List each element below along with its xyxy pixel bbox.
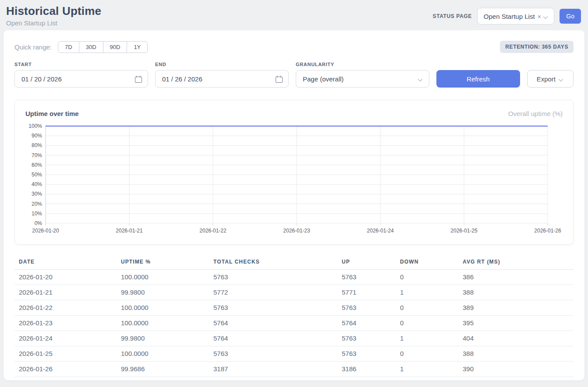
quick-range-button-90d[interactable]: 90D (103, 41, 128, 53)
table-cell: 1 (400, 362, 463, 377)
column-header: UP (342, 255, 400, 270)
table-cell: 1 (400, 331, 463, 346)
table-cell: 100.0000 (121, 316, 213, 331)
table-cell: 2026-01-25 (14, 346, 121, 362)
calendar-icon[interactable] (276, 76, 283, 82)
chart-area: 0%10%20%30%40%50%60%70%80%90%100%2026-01… (25, 123, 563, 238)
table-cell: 5763 (342, 300, 400, 316)
table-cell: 99.9686 (121, 362, 213, 377)
table-cell: 389 (463, 300, 574, 316)
table-row: 2026-01-20100.0000576357630386 (14, 270, 574, 285)
table-cell: 388 (463, 285, 574, 300)
svg-text:20%: 20% (32, 201, 42, 207)
svg-text:2026-01-23: 2026-01-23 (283, 228, 310, 234)
table-cell: 5763 (213, 270, 342, 285)
table-cell: 0 (400, 346, 463, 362)
main-card: Quick range: 7D 30D 90D 1Y RETENTION: 36… (4, 30, 584, 380)
quick-range-row: Quick range: 7D 30D 90D 1Y RETENTION: 36… (14, 41, 574, 53)
table-cell: 5763 (342, 270, 400, 285)
table-cell: 99.9800 (121, 285, 213, 300)
quick-range-button-30d[interactable]: 30D (79, 41, 103, 53)
svg-text:60%: 60% (32, 162, 42, 168)
svg-text:90%: 90% (32, 133, 42, 139)
end-label: END (155, 62, 289, 67)
chevron-down-icon (418, 77, 423, 81)
chart-title: Uptime over time (25, 110, 79, 117)
table-cell: 0 (400, 300, 463, 316)
svg-text:2026-01-22: 2026-01-22 (199, 228, 227, 234)
table-header-row: DATEUPTIME %TOTAL CHECKSUPDOWNAVG RT (MS… (14, 255, 574, 270)
table-cell: 2026-01-26 (14, 362, 121, 377)
column-header: UPTIME % (121, 255, 213, 270)
table-cell: 3187 (213, 362, 342, 377)
start-date-value: 01 / 20 / 2026 (21, 75, 62, 83)
table-cell: 5763 (213, 346, 342, 362)
top-header: Historical Uptime Open Startup List STAT… (0, 0, 588, 30)
table-header: DATEUPTIME %TOTAL CHECKSUPDOWNAVG RT (MS… (14, 255, 574, 270)
table-cell: 2026-01-21 (14, 285, 121, 300)
header-controls: STATUS PAGE Open Startup List × Go (433, 8, 581, 25)
svg-text:2026-01-24: 2026-01-24 (367, 228, 394, 234)
table-cell: 5764 (213, 316, 342, 331)
go-button[interactable]: Go (560, 9, 581, 24)
calendar-icon[interactable] (135, 76, 142, 82)
column-header: AVG RT (MS) (463, 255, 574, 270)
uptime-chart: 0%10%20%30%40%50%60%70%80%90%100%2026-01… (25, 123, 563, 236)
table-cell: 2026-01-23 (14, 316, 121, 331)
chart-legend-label: Overall uptime (%) (508, 110, 563, 117)
table-row: 2026-01-22100.0000576357630389 (14, 300, 574, 316)
granularity-select[interactable]: Page (overall) (296, 70, 429, 88)
table-cell: 5772 (213, 285, 342, 300)
retention-badge: RETENTION: 365 DAYS (500, 41, 574, 53)
clear-icon[interactable]: × (538, 13, 542, 20)
start-date-input[interactable]: 01 / 20 / 2026 (14, 70, 148, 88)
table-cell: 386 (463, 270, 574, 285)
table-cell: 100.0000 (121, 300, 213, 316)
table-body: 2026-01-20100.00005763576303862026-01-21… (14, 270, 574, 377)
table-cell: 5764 (342, 316, 400, 331)
title-block: Historical Uptime Open Startup List (6, 4, 101, 27)
page-subtitle: Open Startup List (6, 19, 101, 27)
start-label: START (14, 62, 148, 67)
table-cell: 99.9800 (121, 331, 213, 346)
table-cell: 395 (463, 316, 574, 331)
table-cell: 2026-01-22 (14, 300, 121, 316)
column-header: TOTAL CHECKS (213, 255, 342, 270)
svg-text:80%: 80% (32, 142, 42, 148)
chevron-down-icon (559, 77, 564, 81)
quick-range-group: 7D 30D 90D 1Y (58, 41, 148, 53)
svg-text:10%: 10% (32, 211, 42, 217)
table-cell: 3186 (342, 362, 400, 377)
table-cell: 0 (400, 270, 463, 285)
quick-range-button-7d[interactable]: 7D (58, 41, 79, 53)
svg-text:2026-01-21: 2026-01-21 (116, 228, 143, 234)
chart-card: Uptime over time Overall uptime (%) 0%10… (14, 100, 574, 245)
table-cell: 1 (400, 285, 463, 300)
svg-text:2026-01-26: 2026-01-26 (534, 228, 561, 234)
table-row: 2026-01-25100.0000576357630388 (14, 346, 574, 362)
status-page-select[interactable]: Open Startup List × (477, 8, 555, 25)
table-cell: 100.0000 (121, 270, 213, 285)
svg-text:0%: 0% (35, 220, 43, 226)
table-cell: 404 (463, 331, 574, 346)
table-cell: 2026-01-24 (14, 331, 121, 346)
svg-text:2026-01-20: 2026-01-20 (32, 228, 59, 234)
page-title: Historical Uptime (6, 4, 101, 18)
svg-text:100%: 100% (28, 123, 42, 129)
table-row: 2026-01-2499.9800576457631404 (14, 331, 574, 346)
svg-text:2026-01-25: 2026-01-25 (450, 228, 478, 234)
granularity-label: GRANULARITY (296, 62, 429, 67)
refresh-button[interactable]: Refresh (436, 70, 520, 88)
table-cell: 5763 (342, 346, 400, 362)
granularity-selected-value: Page (overall) (303, 75, 344, 83)
table-cell: 5764 (213, 331, 342, 346)
table-cell: 390 (463, 362, 574, 377)
table-row: 2026-01-2199.9800577257711388 (14, 285, 574, 300)
table-cell: 5771 (342, 285, 400, 300)
svg-text:50%: 50% (32, 172, 42, 178)
export-button[interactable]: Export (527, 70, 574, 88)
quick-range-button-1y[interactable]: 1Y (127, 41, 148, 53)
table-cell: 100.0000 (121, 346, 213, 362)
export-button-label: Export (537, 75, 556, 83)
end-date-input[interactable]: 01 / 26 / 2026 (155, 70, 289, 88)
